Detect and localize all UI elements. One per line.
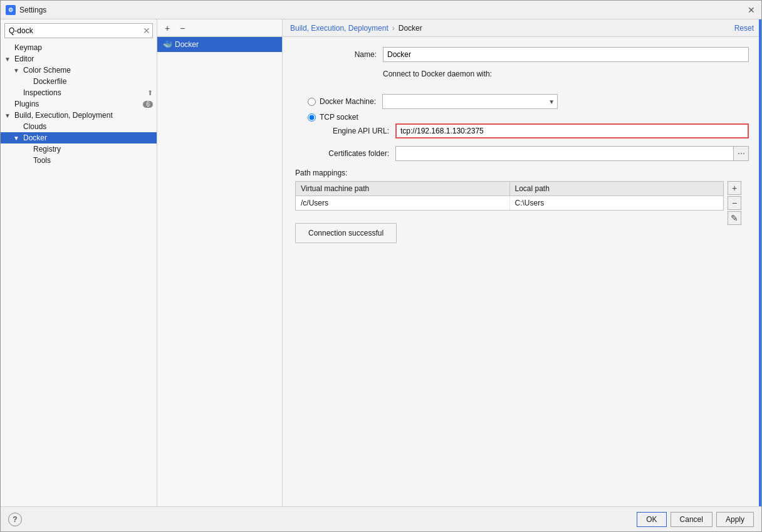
path-mappings-container: Virtual machine path Local path /c/Users… (295, 181, 743, 211)
connect-section: Connect to Docker daemon with: (295, 70, 749, 85)
toggle-icon: ▼ (4, 112, 13, 119)
sidebar-item-keymap[interactable]: Keymap (1, 42, 157, 53)
breadcrumb-current: Docker (399, 24, 422, 33)
sidebar-item-label: Plugins (14, 100, 39, 108)
sidebar-item-registry[interactable]: Registry (1, 143, 157, 155)
toggle-icon: ▼ (13, 135, 22, 142)
sidebar-item-tools[interactable]: Tools (1, 155, 157, 166)
engine-api-label: Engine API URL: (320, 127, 395, 135)
app-icon: ⚙ (6, 5, 16, 15)
action-buttons: OK Cancel Apply (637, 512, 754, 527)
export-icon: ⬆ (147, 89, 153, 97)
connect-title: Connect to Docker daemon with: (383, 70, 492, 78)
vm-path-header: Virtual machine path (296, 182, 510, 196)
sidebar-item-dockerfile[interactable]: Dockerfile (1, 76, 157, 87)
toggle-icon: ▼ (4, 56, 13, 63)
tcp-socket-radio[interactable] (308, 113, 316, 122)
sidebar-item-clouds[interactable]: Clouds (1, 121, 157, 132)
sidebar-item-docker[interactable]: ▼ Docker (1, 132, 157, 143)
config-item-label: Docker (175, 40, 199, 49)
tcp-socket-row: TCP socket (308, 111, 749, 123)
docker-machine-row: Docker Machine: ▼ (308, 92, 749, 111)
sidebar-item-label: Registry (33, 145, 61, 154)
tcp-socket-label[interactable]: TCP socket (320, 113, 358, 122)
main-content: ✕ Keymap ▼ Editor ▼ Color Scheme Dockerf… (1, 19, 761, 506)
breadcrumb-parent[interactable]: Build, Execution, Deployment (290, 24, 389, 33)
form-area: Name: Connect to Docker daemon with: Doc… (283, 37, 761, 506)
toggle-icon: ▼ (13, 67, 22, 74)
right-edge-decoration (759, 19, 761, 506)
add-row-button[interactable]: + (728, 181, 741, 195)
sidebar-item-label: Color Scheme (23, 66, 71, 75)
docker-machine-dropdown[interactable]: ▼ (382, 94, 558, 109)
help-button[interactable]: ? (8, 513, 22, 526)
edit-row-button[interactable]: ✎ (728, 211, 741, 225)
sidebar-item-editor[interactable]: ▼ Editor (1, 53, 157, 65)
dropdown-arrow-icon: ▼ (548, 98, 555, 105)
engine-api-input[interactable] (395, 123, 749, 138)
middle-panel: + − 🐳 Docker (157, 19, 283, 506)
docker-machine-radio[interactable] (308, 98, 316, 106)
close-button[interactable]: ✕ (746, 5, 756, 15)
table-row[interactable]: /c/Users C:\Users (296, 196, 723, 210)
remove-config-button[interactable]: − (176, 22, 189, 34)
table-header: Virtual machine path Local path (296, 182, 723, 196)
sidebar-item-build-execution[interactable]: ▼ Build, Execution, Deployment (1, 110, 157, 121)
docker-icon: 🐳 (162, 39, 172, 50)
table-actions: + − ✎ (728, 181, 741, 225)
path-mappings-table: Virtual machine path Local path /c/Users… (295, 181, 724, 211)
name-row: Name: (295, 47, 749, 62)
local-path-header: Local path (510, 182, 724, 196)
middle-toolbar: + − (157, 19, 282, 37)
certificates-row: Certificates folder: ⋯ (320, 146, 749, 161)
settings-window: ⚙ Settings ✕ ✕ Keymap ▼ Editor ▼ (0, 0, 762, 532)
sidebar-item-plugins[interactable]: Plugins 6 (1, 98, 157, 110)
sidebar: ✕ Keymap ▼ Editor ▼ Color Scheme Dockerf… (1, 19, 157, 506)
plugins-badge: 6 (143, 101, 153, 108)
sidebar-item-label: Dockerfile (33, 77, 66, 86)
sidebar-item-label: Tools (33, 156, 51, 165)
vm-path-cell: /c/Users (296, 196, 510, 210)
sidebar-item-inspections[interactable]: Inspections ⬆ (1, 87, 157, 98)
window-title: Settings (19, 6, 746, 14)
certificates-input[interactable] (395, 146, 734, 161)
sidebar-item-label: Editor (14, 55, 34, 63)
bottom-bar: ? OK Cancel Apply (1, 506, 761, 531)
config-item-docker[interactable]: 🐳 Docker (157, 37, 282, 52)
name-label: Name: (295, 50, 383, 59)
search-clear-icon[interactable]: ✕ (143, 26, 150, 36)
breadcrumb-bar: Build, Execution, Deployment › Docker Re… (283, 19, 761, 37)
sidebar-item-label: Keymap (14, 43, 42, 52)
local-path-cell: C:\Users (510, 196, 724, 210)
apply-button[interactable]: Apply (716, 512, 754, 527)
breadcrumb-separator: › (392, 24, 395, 33)
config-list: 🐳 Docker (157, 37, 282, 506)
connection-status: Connection successful (295, 223, 397, 243)
name-input[interactable] (383, 47, 749, 62)
certificates-folder-row: ⋯ (395, 146, 749, 161)
ok-button[interactable]: OK (637, 512, 666, 527)
remove-row-button[interactable]: − (728, 196, 741, 210)
certificates-label: Certificates folder: (320, 149, 395, 158)
title-bar: ⚙ Settings ✕ (1, 1, 761, 19)
sidebar-item-color-scheme[interactable]: ▼ Color Scheme (1, 65, 157, 76)
folder-browse-button[interactable]: ⋯ (734, 146, 749, 161)
right-panel: Build, Execution, Deployment › Docker Re… (283, 19, 761, 506)
search-box: ✕ (4, 23, 153, 38)
sidebar-item-label: Inspections (23, 88, 61, 97)
sidebar-item-label: Docker (23, 133, 47, 142)
search-input[interactable] (4, 23, 153, 38)
engine-api-row: Engine API URL: (320, 123, 749, 138)
path-mappings-table-wrapper: Virtual machine path Local path /c/Users… (295, 181, 724, 211)
add-config-button[interactable]: + (161, 22, 174, 34)
path-mappings-label: Path mappings: (295, 169, 749, 177)
docker-machine-label[interactable]: Docker Machine: (320, 97, 376, 106)
path-mappings-section: Path mappings: Virtual machine path Loca… (295, 169, 749, 211)
cancel-button[interactable]: Cancel (671, 512, 712, 527)
reset-button[interactable]: Reset (734, 24, 754, 33)
sidebar-item-label: Clouds (23, 122, 46, 131)
sidebar-item-label: Build, Execution, Deployment (14, 111, 113, 120)
connection-status-text: Connection successful (308, 229, 384, 237)
